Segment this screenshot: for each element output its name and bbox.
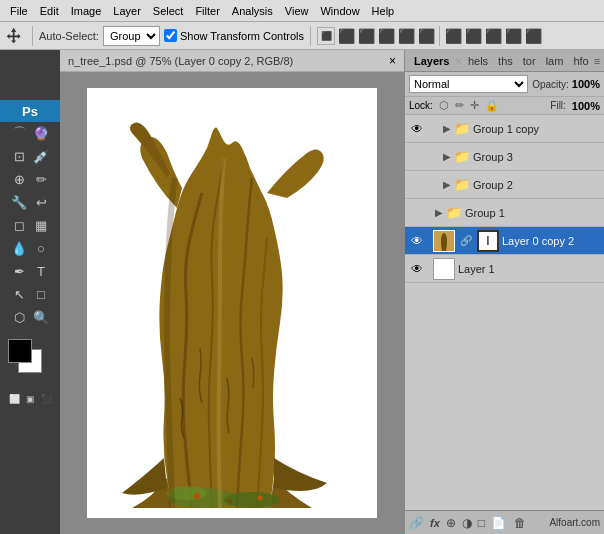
blur-tool[interactable]: 💧 — [8, 237, 30, 259]
left-toolbar: ⬜ ✛ ⌒ 🔮 ⊡ 💉 ⊕ ✏ 🔧 ↩ ◻ ▦ 💧 ○ ✒ T — [0, 50, 60, 534]
svg-point-5 — [194, 493, 200, 499]
align-top-icon[interactable]: ⬛ — [377, 27, 395, 45]
add-mask-icon[interactable]: ⊕ — [446, 516, 456, 530]
healing-brush-tool[interactable]: ⊕ — [8, 168, 30, 190]
visibility-layer0copy2[interactable]: 👁 — [409, 233, 425, 249]
svg-point-3 — [224, 492, 280, 508]
group1-arrow[interactable]: ▶ — [435, 207, 443, 218]
show-transform-checkbox[interactable]: Show Transform Controls — [164, 29, 304, 42]
distribute-center-icon[interactable]: ⬛ — [464, 27, 482, 45]
align-middle-icon[interactable]: ⬛ — [397, 27, 415, 45]
distribute-left-icon[interactable]: ⬛ — [444, 27, 462, 45]
auto-select-dropdown[interactable]: Group Layer — [103, 26, 160, 46]
path-selection-tool[interactable]: ↖ — [8, 283, 30, 305]
lasso-tool[interactable]: ⌒ — [8, 122, 30, 144]
group1copy-arrow[interactable]: ▶ — [443, 123, 451, 134]
layer-item-group1[interactable]: ▶ 📁 Group 1 — [405, 199, 604, 227]
new-group-icon[interactable]: □ — [478, 516, 485, 530]
layer1-name: Layer 1 — [458, 263, 600, 275]
group2-arrow[interactable]: ▶ — [443, 179, 451, 190]
menu-filter[interactable]: Filter — [189, 3, 225, 19]
toolbar-sep-2 — [310, 26, 311, 46]
eyedropper-tool[interactable]: 💉 — [30, 145, 52, 167]
menu-image[interactable]: Image — [65, 3, 108, 19]
layer-item-layer1[interactable]: 👁 Layer 1 — [405, 255, 604, 283]
quick-select-tool[interactable]: 🔮 — [30, 122, 52, 144]
history-tab[interactable]: tor — [518, 53, 541, 69]
path-tools: ✒ T — [8, 260, 52, 282]
visibility-layer1[interactable]: 👁 — [409, 261, 425, 277]
layers-panel: Layers × hels ths tor lam hfo ≡ Normal M… — [404, 50, 604, 534]
visibility-group3[interactable] — [409, 149, 425, 165]
menu-edit[interactable]: Edit — [34, 3, 65, 19]
tree-image — [112, 98, 352, 508]
align-left-icon[interactable]: ⬛ — [317, 27, 335, 45]
crop-tool[interactable]: ⊡ — [8, 145, 30, 167]
lock-image-icon[interactable]: ✏ — [455, 99, 464, 112]
delete-layer-icon[interactable]: 🗑 — [514, 516, 526, 530]
blend-mode-select[interactable]: Normal Multiply Screen — [409, 75, 528, 93]
visibility-group2[interactable] — [409, 177, 425, 193]
menu-layer[interactable]: Layer — [107, 3, 147, 19]
distribute-middle-icon[interactable]: ⬛ — [524, 27, 542, 45]
standard-screen-icon[interactable]: ⬜ — [7, 392, 21, 406]
group1copy-folder-icon: 📁 — [454, 121, 470, 136]
svg-rect-11 — [434, 259, 454, 279]
layer-effects-icon[interactable]: fx — [430, 517, 440, 529]
canvas-tab: n_tree_1.psd @ 75% (Layer 0 copy 2, RGB/… — [60, 50, 404, 72]
move-tool-icon[interactable] — [4, 25, 26, 47]
lock-position-icon[interactable]: ✛ — [470, 99, 479, 112]
layer1-thumb — [433, 258, 455, 280]
visibility-group1copy[interactable]: 👁 — [409, 121, 425, 137]
foreground-color-swatch[interactable] — [8, 339, 32, 363]
align-bottom-icon[interactable]: ⬛ — [417, 27, 435, 45]
lock-transparent-icon[interactable]: ⬡ — [439, 99, 449, 112]
brush-tool[interactable]: ✏ — [30, 168, 52, 190]
menu-file[interactable]: File — [4, 3, 34, 19]
clone-stamp-tool[interactable]: 🔧 — [8, 191, 30, 213]
menu-view[interactable]: View — [279, 3, 315, 19]
eraser-tool[interactable]: ◻ — [8, 214, 30, 236]
panel-menu-icon[interactable]: ≡ — [594, 55, 600, 67]
zoom-tool[interactable]: 🔍 — [30, 306, 52, 328]
ps-badge: Ps — [0, 100, 60, 122]
adjustment-layer-icon[interactable]: ◑ — [462, 516, 472, 530]
layer-item-layer0copy2[interactable]: 👁 🔗 I Layer 0 copy 2 — [405, 227, 604, 255]
visibility-group1[interactable] — [409, 205, 425, 221]
pen-tool[interactable]: ✒ — [8, 260, 30, 282]
lasso-tools: ⌒ 🔮 — [8, 122, 52, 144]
group1copy-name: Group 1 copy — [473, 123, 600, 135]
group3-name: Group 3 — [473, 151, 600, 163]
menu-window[interactable]: Window — [314, 3, 365, 19]
type-tool[interactable]: T — [30, 260, 52, 282]
history-brush-tool[interactable]: ↩ — [30, 191, 52, 213]
channels-tab[interactable]: hels — [463, 53, 493, 69]
distribute-right-icon[interactable]: ⬛ — [484, 27, 502, 45]
new-layer-icon[interactable]: 📄 — [491, 516, 506, 530]
layer-item-group3[interactable]: ▶ 📁 Group 3 — [405, 143, 604, 171]
canvas-close-button[interactable]: × — [389, 54, 396, 68]
menu-analysis[interactable]: Analysis — [226, 3, 279, 19]
paths-tab[interactable]: ths — [493, 53, 518, 69]
info-tab[interactable]: hfo — [568, 53, 593, 69]
lock-all-icon[interactable]: 🔒 — [485, 99, 499, 112]
3d-tool[interactable]: ⬡ — [8, 306, 30, 328]
dodge-tool[interactable]: ○ — [30, 237, 52, 259]
fullscreen-icon[interactable]: ⬛ — [39, 392, 53, 406]
layer0copy2-mask-thumb: I — [477, 230, 499, 252]
align-right-icon[interactable]: ⬛ — [357, 27, 375, 45]
group3-arrow[interactable]: ▶ — [443, 151, 451, 162]
layer-item-group2[interactable]: ▶ 📁 Group 2 — [405, 171, 604, 199]
layer-item-group1copy[interactable]: 👁 ▶ 📁 Group 1 copy — [405, 115, 604, 143]
menu-help[interactable]: Help — [366, 3, 401, 19]
distribute-top-icon[interactable]: ⬛ — [504, 27, 522, 45]
menu-select[interactable]: Select — [147, 3, 190, 19]
actions-tab[interactable]: lam — [541, 53, 569, 69]
align-center-icon[interactable]: ⬛ — [337, 27, 355, 45]
gradient-tool[interactable]: ▦ — [30, 214, 52, 236]
link-layers-icon[interactable]: 🔗 — [409, 516, 424, 530]
fullscreen-with-menu-icon[interactable]: ▣ — [23, 392, 37, 406]
shape-tool[interactable]: □ — [30, 283, 52, 305]
layers-tab[interactable]: Layers — [409, 53, 454, 69]
stamp-tools: 🔧 ↩ — [8, 191, 52, 213]
